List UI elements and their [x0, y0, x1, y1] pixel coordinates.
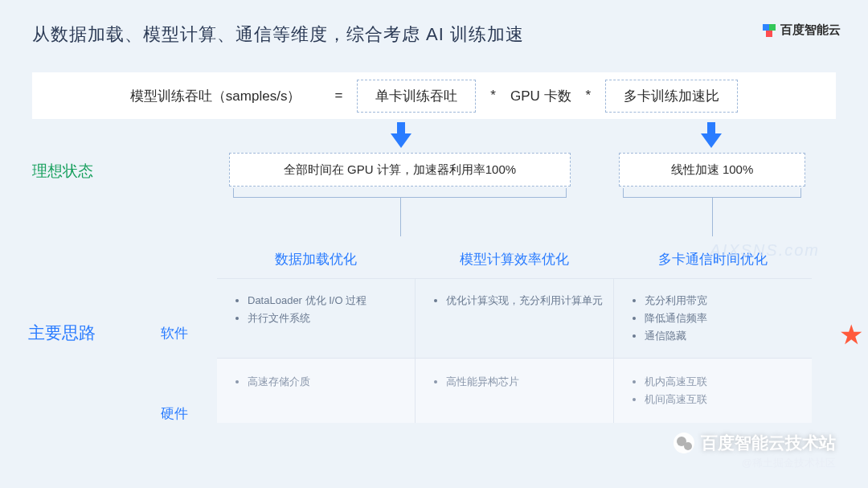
- connector-bracket: [233, 197, 567, 236]
- list-item: 优化计算实现，充分利用计算单元: [446, 293, 605, 308]
- watermark-channel-text: 百度智能云技术站: [701, 432, 836, 454]
- formula-lhs: 模型训练吞吐（samples/s）: [130, 87, 301, 105]
- cell-sw-data-load: DataLoader 优化 I/O 过程 并行文件系统: [217, 279, 415, 358]
- arrow-down-icon: [707, 122, 715, 133]
- list-item: 降低通信频率: [645, 311, 804, 326]
- brand-logo: 百度智能云: [763, 23, 841, 38]
- list-item: 并行文件系统: [248, 311, 407, 326]
- brand-name: 百度智能云: [780, 23, 841, 38]
- list-item: 充分利用带宽: [645, 293, 804, 308]
- ideal-box-linear-scale: 线性加速 100%: [619, 153, 805, 187]
- list-item: 机内高速互联: [645, 375, 804, 389]
- wechat-icon: [674, 433, 694, 453]
- list-item: 高性能异构芯片: [446, 375, 605, 389]
- watermark-site: AIXSNS.com: [710, 241, 820, 260]
- page-title: 从数据加载、模型计算、通信等维度，综合考虑 AI 训练加速: [32, 23, 524, 47]
- ideal-box-gpu-util: 全部时间在 GPU 计算，加速器利用率100%: [229, 153, 571, 187]
- formula-term-single-card: 单卡训练吞吐: [357, 80, 476, 113]
- equals-sign: =: [334, 88, 342, 104]
- cell-hw-data-load: 高速存储介质: [217, 359, 415, 423]
- table-row-hardware: 高速存储介质 高性能异构芯片 机内高速互联 机间高速互联: [217, 359, 812, 423]
- ideal-state-label: 理想状态: [32, 161, 93, 182]
- arrow-down-icon: [701, 133, 722, 148]
- arrow-down-icon: [391, 133, 411, 148]
- main-idea-label: 主要思路: [28, 322, 96, 344]
- list-item: 高速存储介质: [248, 375, 407, 389]
- list-item: DataLoader 优化 I/O 过程: [248, 293, 407, 308]
- col-header-compute: 模型计算效率优化: [416, 236, 614, 278]
- formula-term-gpu-count: GPU 卡数: [510, 87, 571, 105]
- formula-term-scale-ratio: 多卡训练加速比: [605, 80, 738, 113]
- arrow-down-icon: [397, 122, 405, 133]
- connector-bracket: [623, 197, 801, 236]
- brand-logo-icon: [763, 24, 776, 37]
- row-label-hardware: 硬件: [161, 404, 188, 423]
- col-header-data-load: 数据加载优化: [217, 236, 416, 278]
- star-icon: ★: [839, 318, 863, 351]
- list-item: 机间高速互联: [645, 392, 804, 407]
- multiply-1: *: [490, 88, 496, 104]
- cell-hw-compute: 高性能异构芯片: [415, 359, 613, 423]
- cell-sw-compute: 优化计算实现，充分利用计算单元: [415, 279, 613, 358]
- formula-bar: 模型训练吞吐（samples/s） = 单卡训练吞吐 * GPU 卡数 * 多卡…: [32, 72, 836, 119]
- row-label-software: 软件: [161, 324, 188, 342]
- multiply-2: *: [586, 88, 592, 104]
- watermark-channel: 百度智能云技术站: [674, 432, 836, 454]
- list-item: 通信隐藏: [645, 329, 804, 343]
- watermark-community: @稀土掘金技术社区: [742, 456, 836, 470]
- cell-sw-comm: 充分利用带宽 降低通信频率 通信隐藏: [613, 279, 812, 358]
- cell-hw-comm: 机内高速互联 机间高速互联: [613, 359, 812, 423]
- table-row-software: DataLoader 优化 I/O 过程 并行文件系统 优化计算实现，充分利用计…: [217, 278, 812, 359]
